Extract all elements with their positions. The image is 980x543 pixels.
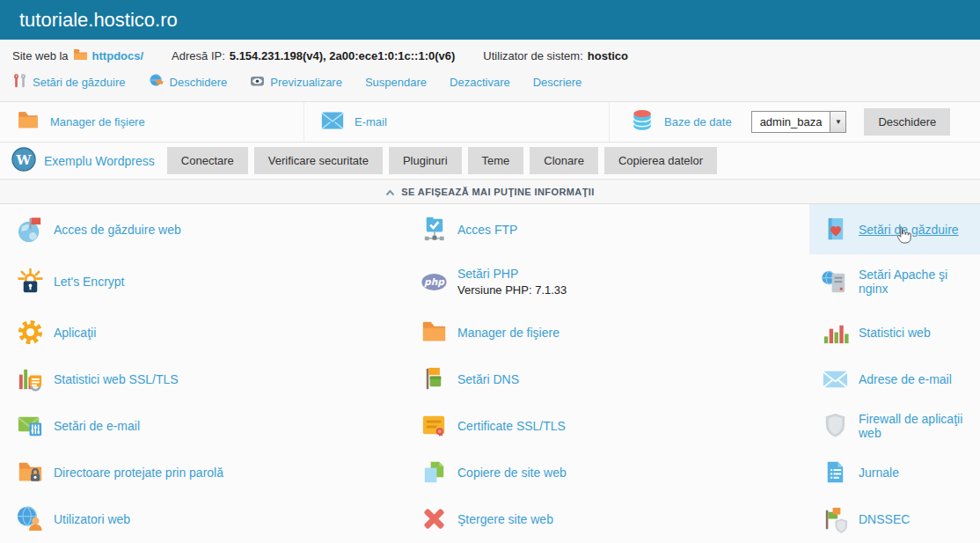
show-less-toggle[interactable]: SE AFIŞEAZĂ MAI PUŢINE INFORMAŢII — [0, 180, 980, 204]
database-open-button[interactable]: Deschidere — [864, 108, 950, 136]
grid-item-link[interactable]: Utilizatori web — [54, 512, 130, 526]
grid-item-link[interactable]: Aplicaţii — [54, 326, 96, 340]
grid-item-link[interactable]: Copiere de site web — [457, 466, 567, 480]
action-label: Previzualizare — [270, 76, 342, 89]
ip-address: Adresă IP: 5.154.231.198(v4), 2a00:ece1:… — [172, 49, 455, 62]
wordpress-row: W Exemplu Wordpress Conectare Verificare… — [0, 143, 980, 180]
wp-themes-button[interactable]: Teme — [468, 147, 524, 174]
grid-item-link[interactable]: Setări DNS — [457, 372, 519, 386]
tool-email[interactable]: E-mail — [304, 102, 609, 142]
grid-item-lets-encrypt: Let's Encrypt — [0, 254, 405, 309]
globe-flag-icon[interactable] — [16, 215, 45, 244]
grid-item-web-users: Utilizatori web — [0, 495, 405, 542]
grid-item-link[interactable]: Directoare protejate prin parolă — [54, 466, 223, 480]
show-less-label: SE AFIŞEAZĂ MAI PUŢINE INFORMAŢII — [401, 187, 594, 197]
system-user: Utilizator de sistem: hostico — [483, 49, 628, 62]
globe-arrow-icon — [149, 73, 165, 91]
grid-item-dns-settings: Setări DNS — [405, 356, 809, 402]
file-manager-icon[interactable] — [420, 318, 449, 347]
grid-item-link[interactable]: Setări PHP — [457, 267, 567, 281]
grid-item-link[interactable]: Adrese de e-mail — [859, 372, 952, 386]
folder-icon — [73, 48, 88, 63]
logs-icon[interactable] — [821, 458, 850, 487]
dns-icon[interactable] — [420, 364, 449, 393]
tool-databases: Baze de date admin_baza ▼ Deschidere — [609, 102, 980, 142]
grid-item-web-statistics: Statistici web — [809, 309, 980, 356]
page-title: tutoriale.hostico.ro — [19, 9, 178, 32]
action-preview[interactable]: Previzualizare — [250, 74, 342, 91]
grid-item-link[interactable]: Setări de e-mail — [54, 419, 140, 433]
grid-item-remove-website: Ştergere site web — [405, 495, 809, 542]
wp-security-check-button[interactable]: Verificare securitate — [254, 147, 383, 174]
grid-item-php-settings: php Setări PHP Versiune PHP: 7.1.33 — [405, 254, 809, 309]
grid-item-website-copying: Copiere de site web — [405, 449, 809, 495]
action-label: Setări de găzduire — [33, 76, 126, 89]
grid-item-link[interactable]: Acces FTP — [457, 223, 517, 237]
certificate-icon[interactable] — [420, 411, 449, 440]
grid-item-link[interactable]: Statistici web SSL/TLS — [54, 372, 179, 386]
protected-folder-icon[interactable] — [16, 458, 45, 487]
action-label: Descriere — [533, 76, 582, 89]
wordpress-buttons: Conectare Verificare securitate Pluginur… — [167, 147, 717, 174]
databases-link[interactable]: Baze de date — [664, 115, 732, 128]
ftp-icon[interactable] — [420, 215, 449, 244]
wp-copy-data-button[interactable]: Copierea datelor — [604, 147, 717, 174]
grid-item-password-protected-dirs: Directoare protejate prin parolă — [0, 449, 405, 495]
wp-clone-button[interactable]: Clonare — [530, 147, 598, 174]
action-deactivate[interactable]: Dezactivare — [450, 76, 510, 89]
page-header: tutoriale.hostico.ro — [0, 0, 980, 40]
firewall-shield-icon[interactable] — [821, 411, 850, 440]
system-user-value: hostico — [588, 49, 628, 62]
web-users-icon[interactable] — [16, 504, 45, 533]
grid-item-link[interactable]: Firewall de aplicaţii web — [859, 412, 980, 440]
site-info-row: Site web la httpdocs/ Adresă IP: 5.154.2… — [0, 40, 980, 67]
grid-item-link[interactable]: Ştergere site web — [457, 512, 553, 526]
action-description[interactable]: Descriere — [533, 76, 582, 89]
database-select[interactable]: admin_baza ▼ — [751, 111, 847, 133]
ssl-stats-icon[interactable] — [16, 364, 45, 393]
system-user-label: Utilizator de sistem: — [483, 49, 582, 62]
wordpress-site-link[interactable]: Exemplu Wordpress — [44, 154, 155, 168]
grid-item-apache-nginx: Setări Apache şi nginx — [809, 254, 980, 309]
gear-icon[interactable] — [16, 318, 45, 347]
grid-item-link[interactable]: Let's Encrypt — [54, 275, 125, 289]
grid-item-link[interactable]: Jurnale — [859, 466, 899, 480]
grid-item-link[interactable]: Manager de fişiere — [457, 326, 559, 340]
dnssec-icon[interactable] — [821, 504, 850, 533]
grid-item-ftp-access: Acces FTP — [405, 204, 809, 254]
email-addresses-icon[interactable] — [821, 364, 850, 393]
mail-settings-icon[interactable] — [16, 411, 45, 440]
svg-text:php: php — [424, 276, 445, 288]
grid-item-ssl-web-statistics: Statistici web SSL/TLS — [0, 356, 405, 402]
grid-item-web-hosting-access: Acces de găzduire web — [0, 204, 405, 254]
apache-nginx-icon[interactable] — [821, 268, 850, 297]
letsencrypt-lock-icon[interactable] — [16, 268, 45, 297]
web-stats-icon[interactable] — [821, 318, 850, 347]
wp-connect-button[interactable]: Conectare — [167, 147, 248, 174]
grid-item-link[interactable]: Statistici web — [859, 326, 931, 340]
grid-item-link[interactable]: Certificate SSL/TLS — [457, 419, 566, 433]
action-suspend[interactable]: Suspendare — [365, 76, 427, 89]
svg-text:W: W — [16, 151, 33, 167]
grid-item-link[interactable]: Acces de găzduire web — [54, 223, 181, 237]
hosting-settings-icon[interactable] — [821, 215, 850, 244]
httpdocs-link[interactable]: httpdocs/ — [92, 49, 144, 62]
tool-file-manager[interactable]: Manager de fişiere — [0, 102, 304, 142]
action-hosting-settings[interactable]: Setări de găzduire — [12, 73, 126, 91]
delete-site-icon[interactable] — [420, 504, 449, 533]
copy-site-icon[interactable] — [420, 458, 449, 487]
grid-item-file-manager: Manager de fişiere — [405, 309, 809, 356]
grid-item-applications: Aplicaţii — [0, 309, 405, 356]
tools-grid: Acces de găzduire web Acces FTP Setări d… — [0, 204, 980, 542]
wrenches-icon — [12, 73, 27, 91]
grid-item-link[interactable]: Setări Apache şi nginx — [859, 268, 980, 296]
grid-item-dnssec: DNSSEC — [809, 495, 980, 542]
php-icon[interactable]: php — [420, 268, 449, 297]
ip-value: 5.154.231.198(v4), 2a00:ece1:0:1c::1:0(v… — [230, 49, 456, 62]
wordpress-icon: W — [11, 147, 36, 175]
ip-label: Adresă IP: — [172, 49, 225, 62]
grid-item-link[interactable]: DNSSEC — [859, 512, 910, 526]
wp-plugins-button[interactable]: Pluginuri — [389, 147, 462, 174]
envelope-icon — [319, 109, 346, 135]
action-open-site[interactable]: Deschidere — [149, 73, 228, 91]
